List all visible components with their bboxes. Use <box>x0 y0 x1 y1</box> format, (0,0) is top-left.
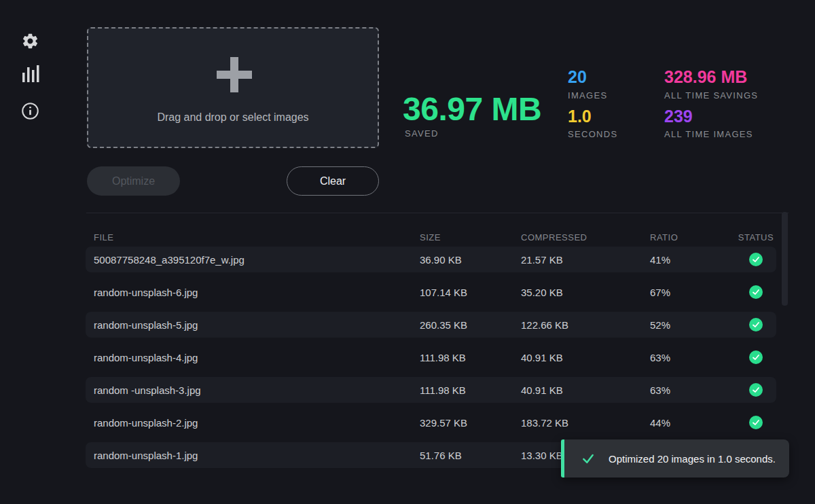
status-cell <box>736 285 776 299</box>
column-file: FILE <box>86 232 420 242</box>
compressed-cell: 40.91 KB <box>521 384 650 396</box>
saved-value: 36.97 MB <box>403 90 541 128</box>
size-cell: 260.35 KB <box>420 319 521 331</box>
file-cell: random -unsplash-3.jpg <box>86 384 420 396</box>
table-header: FILE SIZE COMPRESSED RATIO STATUS <box>86 232 776 242</box>
file-cell: random-unsplash-5.jpg <box>86 319 420 331</box>
ratio-cell: 44% <box>650 417 736 429</box>
size-cell: 51.76 KB <box>420 450 521 461</box>
toast-message: Optimized 20 images in 1.0 seconds. <box>609 453 776 465</box>
table-row[interactable]: random -unsplash-3.jpg 111.98 KB 40.91 K… <box>86 377 776 403</box>
files-table: FILE SIZE COMPRESSED RATIO STATUS 500877… <box>86 232 776 475</box>
clear-button[interactable]: Clear <box>287 166 379 196</box>
status-cell <box>736 350 776 364</box>
status-cell <box>736 383 776 397</box>
success-check-icon <box>749 383 763 397</box>
seconds-value: 1.0 <box>568 107 592 126</box>
all-time-savings-label: ALL TIME SAVINGS <box>664 90 758 101</box>
sidebar-item-settings[interactable] <box>20 31 39 50</box>
size-cell: 36.90 KB <box>420 254 521 266</box>
ratio-cell: 41% <box>650 254 736 266</box>
toast: Optimized 20 images in 1.0 seconds. <box>561 439 789 478</box>
compressed-cell: 35.20 KB <box>521 287 650 298</box>
success-check-icon <box>749 318 763 331</box>
info-icon <box>21 102 39 120</box>
status-cell <box>736 318 776 331</box>
success-check-icon <box>749 253 763 266</box>
sidebar-item-stats[interactable] <box>20 64 39 83</box>
sidebar-item-about[interactable] <box>20 101 39 120</box>
all-time-savings-value: 328.96 MB <box>664 67 747 87</box>
compressed-cell: 122.66 KB <box>521 319 650 331</box>
plus-icon <box>217 57 252 92</box>
status-cell <box>736 253 776 266</box>
bar-chart-icon <box>21 64 39 84</box>
file-cell: random-unsplash-4.jpg <box>86 352 420 363</box>
section-divider <box>86 213 789 213</box>
column-status: STATUS <box>736 232 776 242</box>
table-row[interactable]: 50087758248_a395120f7e_w.jpg 36.90 KB 21… <box>86 247 776 272</box>
size-cell: 329.57 KB <box>420 417 521 429</box>
ratio-cell: 52% <box>650 319 736 331</box>
all-time-images-label: ALL TIME IMAGES <box>664 129 753 139</box>
file-cell: random-unsplash-2.jpg <box>86 417 420 429</box>
size-cell: 111.98 KB <box>420 384 521 396</box>
status-cell <box>736 416 776 429</box>
compressed-cell: 21.57 KB <box>521 254 650 266</box>
optimize-button[interactable]: Optimize <box>87 166 180 196</box>
file-cell: 50087758248_a395120f7e_w.jpg <box>86 254 420 266</box>
column-ratio: RATIO <box>650 232 736 242</box>
ratio-cell: 67% <box>650 287 736 298</box>
success-check-icon <box>749 350 763 364</box>
size-cell: 111.98 KB <box>420 352 521 363</box>
saved-label: SAVED <box>405 128 439 139</box>
file-cell: random-unsplash-1.jpg <box>86 450 420 461</box>
compressed-cell: 40.91 KB <box>521 352 650 363</box>
table-row[interactable]: random-unsplash-6.jpg 107.14 KB 35.20 KB… <box>86 279 776 305</box>
table-row[interactable]: random-unsplash-4.jpg 111.98 KB 40.91 KB… <box>86 344 776 370</box>
ratio-cell: 63% <box>650 384 736 396</box>
ratio-cell: 63% <box>650 352 736 363</box>
dropzone[interactable]: Drag and drop or select images <box>87 27 379 148</box>
gear-icon <box>21 32 39 50</box>
all-time-images-value: 239 <box>664 107 693 126</box>
toast-check-icon <box>581 452 595 465</box>
success-check-icon <box>749 285 763 299</box>
column-size: SIZE <box>420 232 521 242</box>
app-window: Drag and drop or select images 36.97 MB … <box>0 0 815 504</box>
success-check-icon <box>749 416 763 429</box>
size-cell: 107.14 KB <box>420 287 521 298</box>
file-cell: random-unsplash-6.jpg <box>86 287 420 298</box>
table-row[interactable]: random-unsplash-2.jpg 329.57 KB 183.72 K… <box>86 410 776 435</box>
table-row[interactable]: random-unsplash-5.jpg 260.35 KB 122.66 K… <box>86 312 776 338</box>
dropzone-label: Drag and drop or select images <box>88 111 378 124</box>
compressed-cell: 183.72 KB <box>521 417 650 429</box>
column-compressed: COMPRESSED <box>521 232 650 242</box>
images-count-value: 20 <box>568 67 587 87</box>
images-count-label: IMAGES <box>568 90 607 101</box>
scrollbar-thumb[interactable] <box>782 212 788 306</box>
seconds-label: SECONDS <box>568 129 617 139</box>
